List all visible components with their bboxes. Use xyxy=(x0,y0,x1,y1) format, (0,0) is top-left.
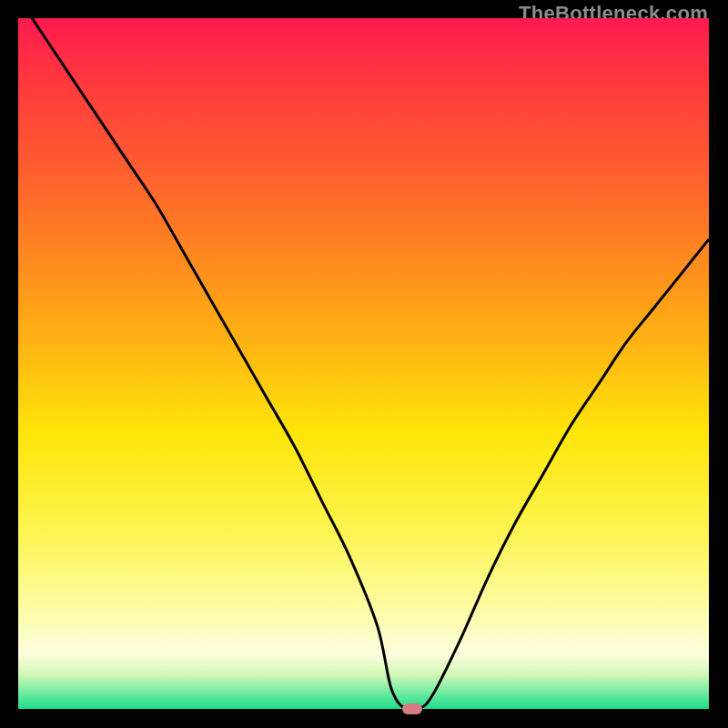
bottleneck-curve xyxy=(18,18,709,709)
plot-area xyxy=(18,18,709,709)
chart-container: TheBottleneck.com xyxy=(0,0,728,728)
